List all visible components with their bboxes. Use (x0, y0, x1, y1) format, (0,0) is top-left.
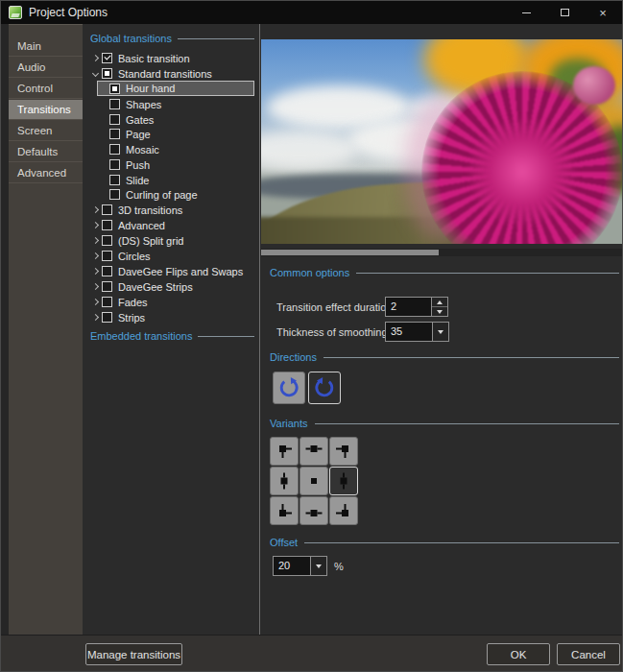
chevron-right-icon[interactable] (92, 268, 99, 275)
checkbox-unchecked-icon[interactable] (102, 251, 112, 261)
tree-item-circles[interactable]: Circles (89, 249, 254, 263)
duration-value[interactable]: 2 (386, 298, 431, 316)
chevron-right-icon[interactable] (92, 237, 99, 244)
offset-label: Offset (270, 537, 298, 548)
tree-item-label: Hour hand (126, 83, 175, 94)
smoothing-dropdown[interactable]: 35 (385, 322, 449, 342)
chevron-right-icon[interactable] (92, 314, 99, 321)
variant-middle-left-button[interactable] (270, 467, 299, 495)
smoothing-value[interactable]: 35 (386, 323, 432, 341)
flower-bud (573, 66, 615, 105)
spin-down-button[interactable] (432, 306, 447, 316)
sidebar-item-advanced[interactable]: Advanced (9, 163, 83, 183)
sidebar-item-screen[interactable]: Screen (9, 121, 83, 141)
tree-item-advanced[interactable]: Advanced (89, 218, 254, 232)
transition-preview-image (261, 39, 623, 244)
checkbox-unchecked-icon[interactable] (109, 189, 120, 200)
chevron-right-icon[interactable] (92, 55, 99, 61)
checkbox-unchecked-icon[interactable] (109, 159, 120, 170)
variant-top-center-button[interactable] (300, 437, 328, 466)
offset-value[interactable]: 20 (274, 557, 310, 575)
tree-item-slide[interactable]: Slide (89, 173, 254, 187)
tree-item-standard-transitions[interactable]: Standard transitions (89, 66, 254, 81)
cancel-button[interactable]: Cancel (557, 643, 620, 665)
checkbox-unchecked-icon[interactable] (102, 220, 112, 230)
tree-item-fades[interactable]: Fades (89, 295, 254, 309)
scrollbar-thumb[interactable] (261, 250, 439, 255)
variant-middle-right-button[interactable] (329, 467, 358, 495)
tree-item-hour-hand[interactable]: Hour hand (97, 81, 254, 96)
checkbox-unchecked-icon[interactable] (109, 99, 120, 109)
close-button[interactable]: × (584, 1, 622, 24)
chevron-right-icon[interactable] (92, 252, 99, 259)
spin-up-button[interactable] (432, 298, 447, 306)
tree-item-davegee-flips-and-swaps[interactable]: DaveGee Flips and Swaps (89, 264, 254, 278)
offset-dropdown[interactable]: 20 (273, 556, 327, 576)
rotate-clockwise-button[interactable] (273, 372, 305, 404)
chevron-right-icon[interactable] (92, 299, 99, 305)
variant-top-center-icon (305, 443, 323, 460)
checkbox-unchecked-icon[interactable] (102, 312, 112, 323)
tree-item-gates[interactable]: Gates (89, 112, 254, 127)
tree-item-mosaic[interactable]: Mosaic (89, 142, 254, 156)
checkbox-unchecked-icon[interactable] (109, 175, 120, 185)
chevron-right-icon[interactable] (92, 283, 99, 290)
checkbox-indeterminate-icon[interactable] (109, 84, 120, 94)
sidebar-item-main[interactable]: Main (9, 36, 83, 57)
duration-spinner[interactable]: 2 (385, 297, 448, 317)
tree-item-label: Advanced (118, 220, 165, 231)
tree-item-ds-split-grid[interactable]: (DS) Split grid (89, 233, 254, 248)
variant-middle-left-icon (276, 472, 293, 490)
checkbox-unchecked-icon[interactable] (109, 114, 120, 125)
tree-item-label: Fades (118, 297, 148, 308)
tree-item-basic-transition[interactable]: Basic transition (89, 51, 254, 65)
checkbox-unchecked-icon[interactable] (102, 235, 112, 246)
variant-bottom-left-icon (276, 502, 293, 519)
header-rule (304, 542, 619, 543)
tree-item-label: Slide (126, 175, 149, 186)
dropdown-button[interactable] (310, 557, 326, 575)
checkbox-unchecked-icon[interactable] (102, 266, 112, 276)
tree-item-strips[interactable]: Strips (89, 310, 254, 324)
tree-item-davegee-strips[interactable]: DaveGee Strips (89, 279, 254, 294)
chevron-down-icon[interactable] (92, 70, 99, 77)
checkbox-unchecked-icon[interactable] (109, 129, 120, 139)
tree-item-page[interactable]: Page (89, 127, 254, 141)
checkbox-unchecked-icon[interactable] (109, 144, 120, 155)
checkbox-unchecked-icon[interactable] (102, 297, 112, 307)
header-rule (323, 357, 619, 358)
preview-scrollbar[interactable] (261, 249, 623, 256)
rotate-counterclockwise-button[interactable] (308, 372, 341, 404)
checkbox-checked-icon[interactable] (102, 53, 112, 63)
sidebar-item-control[interactable]: Control (9, 79, 83, 99)
tree-item-3d-transitions[interactable]: 3D transitions (89, 203, 254, 217)
checkbox-indeterminate-icon[interactable] (102, 68, 112, 79)
chevron-right-icon[interactable] (92, 206, 99, 213)
tree-item-curling-of-page[interactable]: Curling of page (89, 187, 254, 202)
dialog-footer: Manage transitions OK Cancel (1, 635, 622, 672)
variant-middle-right-icon (335, 472, 352, 490)
tree-item-label: Strips (118, 312, 145, 324)
variant-top-right-button[interactable] (329, 437, 358, 466)
variant-bottom-left-button[interactable] (270, 496, 299, 525)
tree-item-label: Gates (126, 114, 154, 126)
variant-top-left-button[interactable] (270, 437, 299, 466)
sidebar-item-defaults[interactable]: Defaults (9, 142, 83, 162)
ok-button[interactable]: OK (487, 643, 550, 665)
variant-center-button[interactable] (300, 467, 328, 495)
variant-bottom-center-button[interactable] (300, 496, 328, 525)
checkbox-unchecked-icon[interactable] (102, 281, 112, 292)
sidebar-item-transitions[interactable]: Transitions (9, 100, 83, 120)
variant-bottom-right-button[interactable] (329, 496, 358, 525)
manage-transitions-button[interactable]: Manage transitions (85, 643, 182, 665)
dropdown-button[interactable] (432, 323, 448, 341)
sidebar-item-audio[interactable]: Audio (9, 58, 83, 78)
tree-item-shapes[interactable]: Shapes (89, 97, 254, 111)
offset-header: Offset (270, 536, 619, 549)
checkbox-unchecked-icon[interactable] (102, 204, 112, 215)
minimize-icon (522, 12, 531, 13)
minimize-button[interactable] (507, 1, 545, 24)
chevron-right-icon[interactable] (92, 222, 99, 228)
tree-item-push[interactable]: Push (89, 157, 254, 172)
maximize-button[interactable] (545, 1, 584, 24)
